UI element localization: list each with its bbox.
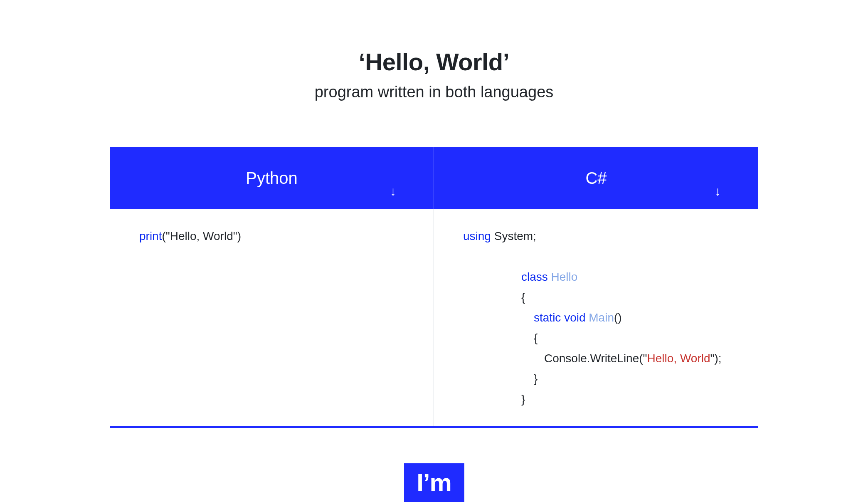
brand-logo: I’m — [404, 463, 464, 502]
page-title: ‘Hello, World’ — [359, 48, 510, 76]
type-hello: Hello — [548, 270, 578, 283]
column-header-csharp-label: C# — [585, 169, 607, 188]
code-line: { — [463, 287, 733, 307]
keyword-static-void: static void — [534, 311, 586, 324]
code-line: using System; — [463, 226, 733, 246]
arrow-down-icon: ↓ — [390, 185, 396, 198]
brace: } — [534, 372, 538, 385]
code-line: } — [463, 368, 733, 389]
type-main: Main — [586, 311, 614, 324]
code-text: () — [614, 311, 622, 324]
code-text: "); — [710, 352, 722, 365]
code-cell-csharp: using System; class Hello { static void … — [434, 209, 758, 426]
code-text: ("Hello, World") — [162, 230, 241, 242]
code-cell-python: print("Hello, World") — [110, 209, 434, 426]
page: ‘Hello, World’ program written in both l… — [0, 0, 868, 502]
column-header-python-label: Python — [246, 169, 298, 188]
code-line: } — [463, 389, 733, 409]
code-line: static void Main() — [463, 307, 733, 328]
page-subtitle: program written in both languages — [315, 83, 554, 101]
code-line: { — [463, 328, 733, 348]
code-line — [463, 246, 733, 267]
brace: { — [521, 291, 525, 304]
keyword-class: class — [521, 270, 548, 283]
keyword-using: using — [463, 230, 491, 242]
code-text: Console.WriteLine(" — [544, 352, 647, 365]
keyword-print: print — [139, 230, 162, 242]
code-text: System; — [491, 230, 536, 242]
column-header-python: Python ↓ — [110, 147, 434, 209]
code-line: Console.WriteLine("Hello, World"); — [463, 348, 733, 368]
arrow-down-icon: ↓ — [715, 185, 721, 198]
column-header-csharp: C# ↓ — [434, 147, 758, 209]
brace: } — [521, 393, 525, 406]
brand-logo-text: I’m — [417, 468, 451, 497]
brace: { — [534, 331, 538, 344]
table-header-row: Python ↓ C# ↓ — [110, 147, 758, 209]
table-body-row: print("Hello, World") using System; clas… — [110, 209, 758, 426]
code-line: class Hello — [463, 267, 733, 287]
comparison-table: Python ↓ C# ↓ print("Hello, World") usin… — [110, 147, 758, 428]
string-literal: Hello, World — [647, 352, 710, 365]
code-line: print("Hello, World") — [139, 226, 409, 246]
